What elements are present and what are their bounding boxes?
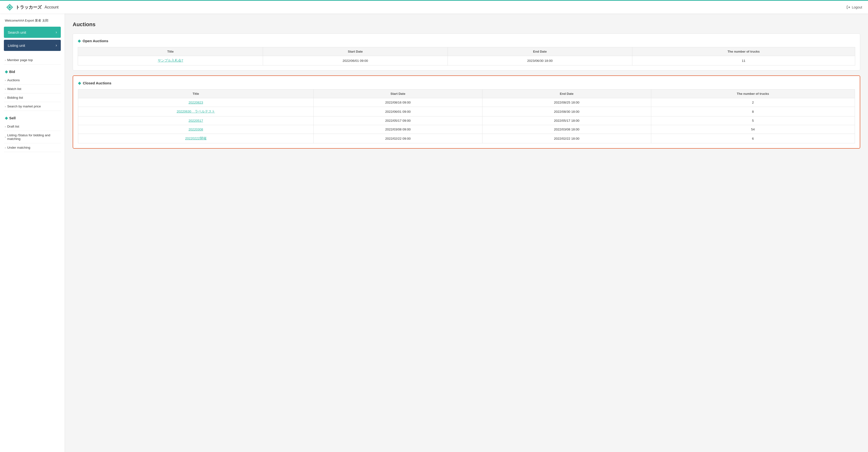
chevron-icon: › bbox=[5, 105, 6, 108]
table-row: 20220517 2022/05/17 09:00 2022/05/17 18:… bbox=[78, 116, 855, 125]
page-title: Auctions bbox=[73, 21, 860, 28]
auction-title-link[interactable]: サンプル入札会7 bbox=[158, 59, 183, 62]
auction-title-link[interactable]: 20220222開催 bbox=[185, 137, 206, 140]
logo-text: トラッカーズ bbox=[16, 4, 42, 10]
chevron-icon: › bbox=[5, 125, 6, 128]
table-row: 20220222開催 2022/02/22 09:00 2022/02/22 1… bbox=[78, 134, 855, 143]
search-unit-arrow-icon: › bbox=[56, 30, 57, 34]
welcome-text: WelcomeAAA Export 業者 太郎 bbox=[4, 19, 61, 23]
auction-truck-count: 6 bbox=[651, 134, 855, 143]
auction-end-date: 2022/05/17 18:00 bbox=[482, 116, 651, 125]
auction-title[interactable]: 20220222開催 bbox=[78, 134, 314, 143]
auction-end-date: 2022/03/08 18:00 bbox=[482, 125, 651, 134]
logout-label: Logout bbox=[852, 5, 862, 9]
auction-truck-count: 2 bbox=[651, 98, 855, 107]
auction-title[interactable]: 20220517 bbox=[78, 116, 314, 125]
auction-end-date: 2022/08/25 18:00 bbox=[482, 98, 651, 107]
sidebar-item-under-matching[interactable]: › Under matching bbox=[4, 143, 61, 152]
auction-title-link[interactable]: 20220308 bbox=[188, 128, 203, 131]
sell-section-title: ◆ Sell bbox=[5, 116, 61, 120]
open-auctions-diamond-icon: ◆ bbox=[78, 38, 81, 43]
sidebar-item-bidding-list[interactable]: › Bidding list bbox=[4, 93, 61, 102]
col-header-title: Title bbox=[78, 89, 314, 98]
closed-auctions-card: ◆ Closed Auctions Title Start Date End D… bbox=[73, 76, 860, 149]
listing-unit-button[interactable]: Listing unit › bbox=[4, 40, 61, 51]
chevron-icon: › bbox=[5, 146, 6, 149]
auction-end-date: 2023/06/30 18:00 bbox=[447, 56, 632, 65]
chevron-icon: › bbox=[5, 88, 6, 90]
main-content: Auctions ◆ Open Auctions Title Start Dat… bbox=[65, 13, 868, 452]
closed-auctions-header: ◆ Closed Auctions bbox=[78, 81, 855, 85]
topbar: トラッカーズ Account Logout bbox=[0, 0, 868, 13]
auction-title-link[interactable]: 20220517 bbox=[188, 119, 203, 122]
sidebar-item-watch-list[interactable]: › Watch list bbox=[4, 85, 61, 93]
auction-title[interactable]: 20220630 ラベルテスト bbox=[78, 107, 314, 116]
search-unit-button[interactable]: Search unit › bbox=[4, 27, 61, 38]
account-label: Account bbox=[44, 5, 59, 9]
auction-start-date: 2022/02/22 09:00 bbox=[314, 134, 483, 143]
auction-start-date: 2022/08/16 09:00 bbox=[314, 98, 483, 107]
sidebar-item-search-by-market-price[interactable]: › Search by market price bbox=[4, 102, 61, 111]
auction-title-link[interactable]: 20220823 bbox=[188, 101, 203, 104]
chevron-icon: › bbox=[5, 96, 6, 99]
sidebar-item-auctions[interactable]: › Auctions bbox=[4, 76, 61, 85]
col-header-start-date: Start Date bbox=[263, 47, 447, 56]
auction-start-date: 2022/06/01 09:00 bbox=[263, 56, 447, 65]
auction-start-date: 2022/05/17 09:00 bbox=[314, 116, 483, 125]
auction-title[interactable]: 20220823 bbox=[78, 98, 314, 107]
logout-button[interactable]: Logout bbox=[846, 5, 862, 9]
col-header-end-date: End Date bbox=[482, 89, 651, 98]
col-header-truck-count: The number of trucks bbox=[651, 89, 855, 98]
sidebar: WelcomeAAA Export 業者 太郎 Search unit › Li… bbox=[0, 13, 65, 452]
sell-diamond-icon: ◆ bbox=[5, 116, 8, 120]
open-auctions-card: ◆ Open Auctions Title Start Date End Dat… bbox=[73, 33, 860, 70]
closed-auctions-table: Title Start Date End Date The number of … bbox=[78, 89, 855, 143]
sidebar-item-member-page-top[interactable]: › Member page top bbox=[4, 56, 61, 64]
auction-end-date: 2022/08/30 18:00 bbox=[482, 107, 651, 116]
auction-title[interactable]: 20220308 bbox=[78, 125, 314, 134]
table-row: サンプル入札会7 2022/06/01 09:00 2023/06/30 18:… bbox=[78, 56, 855, 65]
chevron-icon: › bbox=[5, 79, 6, 82]
auction-start-date: 2022/06/01 09:00 bbox=[314, 107, 483, 116]
logout-icon bbox=[846, 5, 850, 9]
auction-truck-count: 5 bbox=[651, 116, 855, 125]
bid-diamond-icon: ◆ bbox=[5, 69, 8, 74]
page-layout: WelcomeAAA Export 業者 太郎 Search unit › Li… bbox=[0, 13, 868, 452]
col-header-truck-count: The number of trucks bbox=[632, 47, 855, 56]
logo-area: トラッカーズ Account bbox=[6, 3, 59, 11]
auction-truck-count: 8 bbox=[651, 107, 855, 116]
open-auctions-table: Title Start Date End Date The number of … bbox=[78, 47, 855, 65]
bid-section-title: ◆ Bid bbox=[5, 69, 61, 74]
auction-title-link[interactable]: 20220630 ラベルテスト bbox=[177, 110, 215, 113]
chevron-icon: › bbox=[5, 136, 6, 138]
table-row: 20220308 2022/03/08 09:00 2022/03/08 18:… bbox=[78, 125, 855, 134]
closed-auctions-diamond-icon: ◆ bbox=[78, 81, 81, 85]
auction-truck-count: 11 bbox=[632, 56, 855, 65]
col-header-title: Title bbox=[78, 47, 263, 56]
col-header-start-date: Start Date bbox=[314, 89, 483, 98]
chevron-icon: › bbox=[5, 59, 6, 62]
auction-start-date: 2022/03/08 09:00 bbox=[314, 125, 483, 134]
open-auctions-header: ◆ Open Auctions bbox=[78, 38, 855, 43]
col-header-end-date: End Date bbox=[447, 47, 632, 56]
auction-truck-count: 54 bbox=[651, 125, 855, 134]
table-row: 20220823 2022/08/16 09:00 2022/08/25 18:… bbox=[78, 98, 855, 107]
table-row: 20220630 ラベルテスト 2022/06/01 09:00 2022/08… bbox=[78, 107, 855, 116]
logo-diamond-icon bbox=[6, 3, 13, 11]
sidebar-item-draft-list[interactable]: › Draft list bbox=[4, 122, 61, 131]
auction-title[interactable]: サンプル入札会7 bbox=[78, 56, 263, 65]
sidebar-item-listing-status[interactable]: › Listing /Status for bidding and matchi… bbox=[4, 131, 61, 143]
listing-unit-arrow-icon: › bbox=[56, 43, 57, 48]
auction-end-date: 2022/02/22 18:00 bbox=[482, 134, 651, 143]
